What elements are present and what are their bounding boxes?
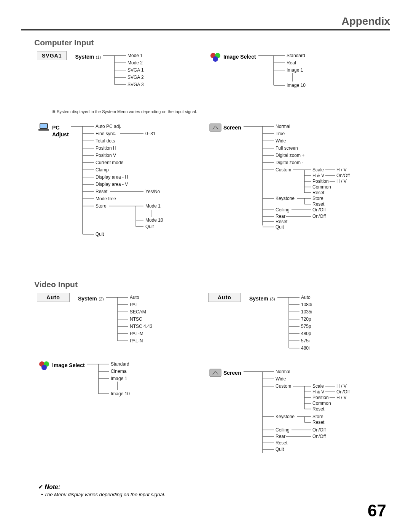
- menu-system1-sup: (1): [96, 55, 101, 59]
- sys3-575i: 575i: [301, 338, 310, 343]
- menu-system3-sup: (3): [270, 297, 275, 301]
- scr1-custom: Custom: [276, 167, 291, 173]
- note-text: • The Menu display varies depending on t…: [41, 492, 390, 497]
- cust-hv-v: On/Off: [336, 173, 350, 178]
- scr1-reset: Reset: [276, 219, 288, 224]
- cust2-scale: Scale: [312, 383, 324, 389]
- svg-rect-18: [40, 124, 47, 128]
- imgsel1-img1: Image 1: [287, 67, 303, 73]
- scr2-rear: Rear: [276, 434, 285, 439]
- sys3-480i: 480i: [301, 345, 310, 351]
- cust-scale-v: H / V: [336, 167, 347, 173]
- pca-posv: Position V: [96, 153, 116, 158]
- pca-store: Store: [96, 203, 107, 209]
- sys1-mode2: Mode 2: [127, 60, 143, 66]
- cust2-hv: H & V: [312, 389, 324, 395]
- scr1-rear: Rear: [276, 214, 285, 219]
- ceiling-v: On/Off: [312, 207, 326, 212]
- scr2-normal: Normal: [276, 369, 290, 374]
- cust2-scale-v: H / V: [336, 383, 347, 389]
- pca-store-quit: Quit: [145, 224, 154, 229]
- scr2-ceiling: Ceiling: [276, 427, 290, 433]
- menu-pcadjust-label: PC Adjust: [52, 125, 69, 137]
- page-number: 67: [21, 501, 386, 520]
- scr2-custom: Custom: [276, 383, 291, 389]
- sys3-1035i: 1035i: [301, 309, 312, 315]
- pca-finesync-val: 0–31: [145, 131, 156, 136]
- svg-rect-43: [210, 124, 221, 131]
- scr1-dzp: Digital zoom +: [276, 153, 304, 158]
- menu-system1-label: System: [75, 54, 94, 60]
- cust-pos: Position: [312, 179, 329, 184]
- pca-posh: Position H: [96, 145, 116, 151]
- badge-auto2: Auto: [208, 293, 241, 302]
- menu-imgsel1-label: Image Select: [223, 54, 256, 60]
- cust2-pos: Position: [312, 395, 329, 400]
- sys3-480p: 480p: [301, 331, 311, 336]
- pca-reset-val: Yes/No: [145, 189, 160, 194]
- sys3-1080i: 1080i: [301, 302, 312, 307]
- sys1-svga2: SVGA 2: [127, 75, 144, 80]
- badge-auto1: Auto: [37, 293, 70, 302]
- pca-modefree: Mode free: [96, 196, 116, 201]
- sys3-720p: 720p: [301, 316, 311, 322]
- menu-system3-label: System: [249, 296, 268, 302]
- svg-point-9: [213, 56, 218, 62]
- pca-store-m10: Mode 10: [145, 217, 163, 223]
- rear-v: On/Off: [312, 214, 326, 219]
- sys2-paln: PAL-N: [130, 338, 143, 343]
- pca-curmode: Current mode: [96, 160, 124, 165]
- section-computer-input: Computer Input: [34, 38, 390, 47]
- imgsel2-cinema: Cinema: [111, 369, 127, 374]
- check-icon: ✔: [38, 484, 43, 490]
- rgb-balls-icon-2: [36, 359, 52, 373]
- imgsel2-img1: Image 1: [111, 376, 127, 381]
- scr1-dzm: Digital zoom -: [276, 160, 303, 165]
- sys2-auto: Auto: [130, 295, 139, 300]
- key2-reset: Reset: [312, 420, 325, 425]
- cust2-common: Common: [312, 401, 331, 406]
- scr1-quit: Quit: [276, 224, 284, 230]
- sys2-palm: PAL-M: [130, 331, 143, 336]
- pca-dah: Display area - H: [96, 174, 128, 180]
- sys3-auto: Auto: [301, 295, 311, 300]
- sys2-ntsc: NTSC: [130, 316, 142, 322]
- pca-dav: Display area - V: [96, 182, 128, 187]
- header-rule: [21, 29, 390, 30]
- scr2-quit: Quit: [276, 447, 284, 452]
- scr1-full: Full screen: [276, 145, 298, 151]
- screen-icon: [207, 122, 223, 135]
- pca-store-m1: Mode 1: [145, 203, 161, 209]
- cust2-pos-v: H / V: [336, 395, 347, 400]
- cust-reset: Reset: [312, 190, 325, 195]
- sys1-svga1: SVGA 1: [127, 67, 144, 73]
- badge-svga1: SVGA1: [37, 51, 67, 60]
- menu-system2-label: System: [78, 296, 97, 302]
- cust-hv: H & V: [312, 173, 324, 178]
- scr2-reset: Reset: [276, 440, 288, 446]
- cust2-reset: Reset: [312, 406, 325, 412]
- cust2-hv-v: On/Off: [336, 389, 350, 395]
- sys2-ntsc443: NTSC 4.43: [130, 324, 153, 329]
- ceiling2-v: On/Off: [312, 427, 326, 433]
- screen-icon-2: [207, 367, 223, 380]
- sys1-mode1: Mode 1: [127, 53, 143, 58]
- menu-imgsel2-label: Image Select: [52, 362, 85, 368]
- svg-rect-103: [210, 369, 221, 377]
- imgsel1-real: Real: [287, 60, 296, 66]
- section-video-input: Video Input: [34, 280, 390, 289]
- rear2-v: On/Off: [312, 434, 326, 439]
- footnote-system: ✽ System displayed in the System Menu va…: [52, 109, 390, 114]
- scr1-normal: Normal: [276, 124, 290, 129]
- cust-pos-v: H / V: [336, 179, 347, 184]
- pca-reset: Reset: [96, 189, 108, 194]
- imgsel1-standard: Standard: [287, 53, 305, 58]
- rgb-balls-icon: [207, 51, 223, 65]
- imgsel2-img10: Image 10: [111, 391, 130, 396]
- cust-scale: Scale: [312, 167, 324, 173]
- scr2-keystone: Keystone: [276, 414, 295, 419]
- pca-quit: Quit: [96, 232, 104, 237]
- pca-autopc: Auto PC adj.: [96, 124, 121, 129]
- key-reset: Reset: [312, 201, 325, 207]
- menu-screen1-label: Screen: [223, 125, 241, 131]
